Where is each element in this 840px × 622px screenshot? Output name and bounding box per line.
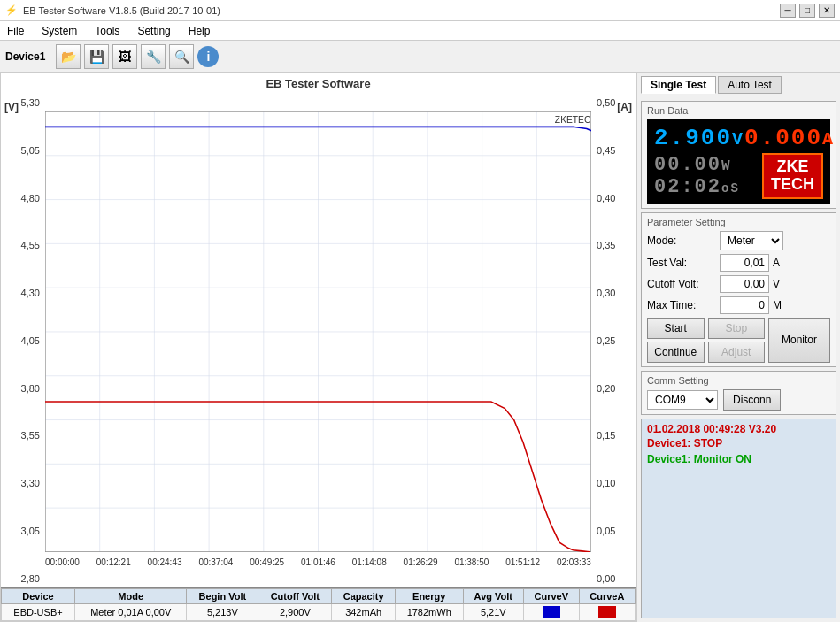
y-left-5: 4,05: [21, 335, 40, 346]
status-line-2: Device1: STOP: [647, 437, 830, 449]
menu-file[interactable]: File: [4, 24, 27, 38]
start-button[interactable]: Start: [647, 318, 705, 339]
close-button[interactable]: ✕: [819, 4, 835, 18]
amp-display: 0.000A: [744, 125, 835, 151]
y-right-0: 0,50: [597, 97, 615, 108]
col-curvea: CurveA: [579, 588, 635, 603]
y-left-3: 4,55: [21, 240, 40, 250]
cell-device: EBD-USB+: [2, 603, 75, 620]
watt-value: 00.00: [654, 154, 721, 176]
x-7: 01:26:29: [404, 557, 438, 567]
cell-curvea: [579, 603, 635, 620]
monitor-button[interactable]: Monitor: [768, 318, 830, 363]
title-bar: ⚡ EB Tester Software V1.8.5 (Build 2017-…: [0, 0, 840, 21]
y-axis-right: 0,50 0,45 0,40 0,35 0,30 0,25 0,20 0,15 …: [593, 94, 636, 587]
watt-logo-row: 00.00W 02:02oS ZKE TECH: [654, 153, 823, 199]
cell-capacity: 342mAh: [332, 603, 395, 620]
y-right-10: 0,00: [597, 573, 615, 584]
minimize-button[interactable]: ─: [780, 4, 796, 18]
control-buttons: Start Continue Stop Adjust Monitor: [647, 318, 830, 363]
tab-single-test[interactable]: Single Test: [641, 76, 716, 94]
y-axis-left: 5,30 5,05 4,80 4,55 4,30 4,05 3,80 3,55 …: [1, 94, 43, 587]
mode-select[interactable]: Meter: [720, 231, 783, 250]
tab-auto-test[interactable]: Auto Test: [718, 76, 782, 94]
volt-unit: V: [732, 129, 744, 150]
test-val-input[interactable]: [720, 254, 769, 272]
amp-unit: A: [822, 129, 835, 150]
stop-button[interactable]: Stop: [708, 318, 766, 339]
col-cutoff-volt: Cutoff Volt: [258, 588, 332, 603]
status-line-3: Device1: Monitor ON: [647, 453, 830, 465]
x-axis: 00:00:00 00:12:21 00:24:43 00:37:04 00:4…: [45, 554, 591, 587]
volt-display: 2.900V: [654, 125, 744, 151]
y-left-2: 4,80: [21, 193, 40, 203]
zoom-button[interactable]: 🔍: [169, 44, 194, 69]
menu-system[interactable]: System: [38, 24, 81, 38]
x-4: 00:49:25: [250, 557, 284, 567]
menu-help[interactable]: Help: [185, 24, 214, 38]
run-data-section: Run Data 2.900V 0.000A 00.00W: [641, 101, 836, 209]
main-content: EB Tester Software [V] [A] 5,30 5,05 4,8…: [0, 73, 840, 622]
volt-amp-row: 2.900V 0.000A: [654, 125, 823, 151]
cell-begin-volt: 5,213V: [187, 603, 258, 620]
watt-time-col: 00.00W 02:02oS: [654, 154, 740, 198]
comm-section-title: Comm Setting: [647, 375, 830, 386]
status-line-1: 01.02.2018 00:49:28 V3.20: [647, 423, 830, 435]
title-bar-title: EB Tester Software V1.8.5 (Build 2017-10…: [23, 5, 220, 16]
com-port-select[interactable]: COM9: [647, 390, 718, 410]
open-button[interactable]: 📂: [56, 44, 81, 69]
menu-tools[interactable]: Tools: [91, 24, 123, 38]
cell-energy: 1782mWh: [395, 603, 463, 620]
cutoff-volt-label: Cutoff Volt:: [647, 278, 716, 290]
curvev-color: [543, 606, 560, 618]
adjust-button[interactable]: Adjust: [708, 342, 766, 363]
param-section-title: Parameter Setting: [647, 217, 830, 227]
comm-section: Comm Setting COM9 Disconn: [641, 371, 836, 415]
watt-display: 00.00W: [654, 154, 740, 176]
settings-button[interactable]: 🔧: [141, 44, 166, 69]
max-time-unit: M: [773, 299, 790, 311]
y-right-6: 0,20: [597, 383, 615, 394]
device-label: Device1: [5, 50, 45, 63]
right-panel: Single Test Auto Test Run Data 2.900V 0.…: [636, 73, 840, 622]
image-button[interactable]: 🖼: [112, 44, 137, 69]
disconn-button[interactable]: Disconn: [723, 389, 781, 411]
tab-bar: Single Test Auto Test: [641, 76, 836, 94]
comm-row: COM9 Disconn: [647, 389, 830, 411]
x-3: 00:37:04: [198, 557, 233, 567]
maximize-button[interactable]: □: [799, 4, 815, 18]
col-energy: Energy: [395, 588, 463, 603]
y-right-8: 0,10: [597, 478, 615, 488]
max-time-row: Max Time: M: [647, 296, 830, 314]
y-left-4: 4,30: [21, 288, 40, 298]
col-capacity: Capacity: [332, 588, 395, 603]
continue-button[interactable]: Continue: [647, 342, 705, 363]
chart-title: EB Tester Software: [1, 73, 636, 94]
test-val-unit: A: [773, 257, 790, 269]
menu-setting[interactable]: Setting: [134, 24, 173, 38]
cutoff-volt-input[interactable]: [720, 275, 769, 293]
status-box: 01.02.2018 00:49:28 V3.20 Device1: STOP …: [641, 419, 836, 618]
save-button[interactable]: 💾: [84, 44, 109, 69]
col-begin-volt: Begin Volt: [187, 588, 258, 603]
max-time-label: Max Time:: [647, 299, 716, 311]
col-curvev: CurveV: [524, 588, 580, 603]
brand-watermark: ZKETECH: [555, 114, 591, 125]
cutoff-volt-unit: V: [773, 278, 790, 290]
info-button[interactable]: i: [197, 46, 219, 67]
y-right-9: 0,05: [597, 526, 615, 536]
max-time-input[interactable]: [720, 296, 769, 314]
x-9: 01:51:12: [505, 557, 540, 567]
chart-svg: ZKETECH: [45, 111, 591, 552]
time-display: 02:02oS: [654, 176, 740, 198]
y-left-10: 2,80: [21, 573, 40, 584]
run-data-title: Run Data: [647, 105, 830, 116]
x-0: 00:00:00: [45, 557, 80, 567]
volt-value: 2.900: [654, 125, 732, 151]
y-right-7: 0,15: [597, 430, 615, 441]
table-row: EBD-USB+ Meter 0,01A 0,00V 5,213V 2,900V…: [2, 603, 636, 620]
data-table: Device Mode Begin Volt Cutoff Volt Capac…: [1, 587, 636, 621]
mode-label: Mode:: [647, 234, 716, 247]
y-right-4: 0,30: [597, 288, 615, 298]
cell-cutoff-volt: 2,900V: [258, 603, 332, 620]
